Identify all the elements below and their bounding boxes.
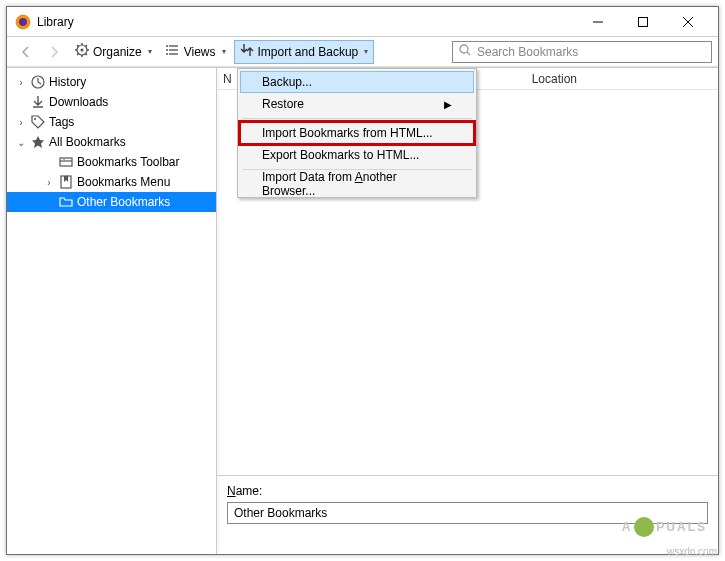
menu-backup[interactable]: Backup... (240, 71, 474, 93)
sidebar-label: Other Bookmarks (77, 195, 170, 209)
svg-point-22 (460, 45, 468, 53)
menu-import-another-browser[interactable]: Import Data from Another Browser... (240, 173, 474, 195)
sidebar-label: Tags (49, 115, 74, 129)
toolbar: Organize ▾ Views ▾ Import and Backup ▾ S… (7, 37, 718, 67)
expand-icon[interactable]: › (15, 117, 27, 128)
content-pane: N Location Backup... Restore ▶ Import Bo… (217, 68, 718, 554)
maximize-button[interactable] (620, 7, 665, 37)
sidebar-label: Downloads (49, 95, 108, 109)
watermark-dot-icon (634, 517, 654, 537)
tag-icon (31, 115, 45, 129)
forward-button[interactable] (41, 40, 67, 64)
caret-down-icon: ▾ (148, 47, 152, 56)
menu-restore[interactable]: Restore ▶ (240, 93, 474, 115)
svg-point-1 (19, 18, 27, 26)
search-input[interactable]: Search Bookmarks (452, 41, 712, 63)
history-icon (31, 75, 45, 89)
download-icon (31, 95, 45, 109)
expand-icon[interactable]: › (15, 77, 27, 88)
back-button[interactable] (13, 40, 39, 64)
svg-point-25 (34, 118, 36, 120)
caret-down-icon: ▾ (364, 47, 368, 56)
organize-menu[interactable]: Organize ▾ (69, 40, 158, 64)
sidebar-label: Bookmarks Toolbar (77, 155, 180, 169)
sidebar-item-tags[interactable]: › Tags (7, 112, 216, 132)
expand-icon[interactable]: › (43, 177, 55, 188)
titlebar: Library (7, 7, 718, 37)
sidebar-label: All Bookmarks (49, 135, 126, 149)
svg-point-21 (166, 53, 168, 55)
svg-rect-3 (638, 17, 647, 26)
column-location[interactable]: Location (532, 72, 577, 86)
svg-rect-26 (60, 158, 72, 166)
svg-line-12 (77, 45, 79, 47)
svg-line-23 (467, 52, 470, 55)
menu-label: Import Bookmarks from HTML... (262, 126, 433, 140)
watermark: APUALS (622, 517, 707, 537)
sidebar-item-bookmarks-menu[interactable]: › Bookmarks Menu (7, 172, 216, 192)
svg-line-13 (86, 54, 88, 56)
caret-down-icon: ▾ (222, 47, 226, 56)
minimize-button[interactable] (575, 7, 620, 37)
sidebar: › History Downloads › Tags ⌄ All Bookmar… (7, 68, 217, 554)
import-backup-label: Import and Backup (258, 45, 359, 59)
folder-icon (59, 195, 73, 209)
sidebar-item-downloads[interactable]: Downloads (7, 92, 216, 112)
window-title: Library (37, 15, 74, 29)
svg-line-14 (77, 54, 79, 56)
menu-separator (242, 118, 472, 119)
details-pane: Name: (217, 475, 718, 554)
sidebar-item-other-bookmarks[interactable]: Other Bookmarks (7, 192, 216, 212)
menu-label: Import Data from Another Browser... (262, 170, 452, 198)
menu-label: Backup... (262, 75, 312, 89)
import-backup-menu[interactable]: Import and Backup ▾ (234, 40, 375, 64)
svg-point-7 (81, 49, 84, 52)
sidebar-item-all-bookmarks[interactable]: ⌄ All Bookmarks (7, 132, 216, 152)
bookmark-menu-icon (59, 175, 73, 189)
svg-point-19 (166, 45, 168, 47)
collapse-icon[interactable]: ⌄ (15, 137, 27, 148)
organize-label: Organize (93, 45, 142, 59)
firefox-icon (15, 14, 31, 30)
gear-icon (75, 43, 89, 60)
star-icon (31, 135, 45, 149)
close-button[interactable] (665, 7, 710, 37)
search-placeholder: Search Bookmarks (477, 45, 578, 59)
name-label: Name: (227, 484, 262, 498)
menu-label: Restore (262, 97, 304, 111)
import-export-icon (240, 43, 254, 60)
main-area: › History Downloads › Tags ⌄ All Bookmar… (7, 67, 718, 554)
toolbar-icon (59, 155, 73, 169)
sidebar-item-history[interactable]: › History (7, 72, 216, 92)
credit-text: wsxdn.com (667, 546, 717, 557)
views-label: Views (184, 45, 216, 59)
sidebar-label: History (49, 75, 86, 89)
list-icon (166, 43, 180, 60)
column-name[interactable]: N (223, 72, 232, 86)
submenu-arrow-icon: ▶ (444, 99, 452, 110)
menu-label: Export Bookmarks to HTML... (262, 148, 419, 162)
views-menu[interactable]: Views ▾ (160, 40, 232, 64)
menu-import-html[interactable]: Import Bookmarks from HTML... (240, 122, 474, 144)
import-backup-dropdown: Backup... Restore ▶ Import Bookmarks fro… (237, 68, 477, 198)
menu-export-html[interactable]: Export Bookmarks to HTML... (240, 144, 474, 166)
svg-point-20 (166, 49, 168, 51)
sidebar-item-bookmarks-toolbar[interactable]: Bookmarks Toolbar (7, 152, 216, 172)
search-icon (459, 44, 471, 59)
svg-line-15 (86, 45, 88, 47)
sidebar-label: Bookmarks Menu (77, 175, 170, 189)
